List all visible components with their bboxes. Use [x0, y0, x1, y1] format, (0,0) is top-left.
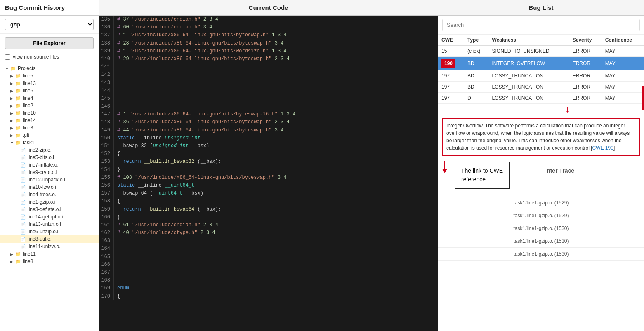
code-line: 152 {: [99, 150, 438, 158]
tree-item-line10-lzw[interactable]: 📄 line10-lzw.o.i: [0, 183, 99, 191]
file-icon: 📄: [20, 237, 26, 242]
tree-label: line6-unzip.o.i: [28, 229, 58, 235]
code-line: 136 # 60 "/usr/include/endian.h" 3 4: [99, 23, 438, 31]
tree-item-line14-getopt[interactable]: 📄 line14-getopt.o.i: [0, 213, 99, 221]
file-icon: 📄: [20, 155, 26, 160]
tree-item-line12-unpack[interactable]: 📄 line12-unpack.o.i: [0, 176, 99, 183]
tree-item-line9-crypt[interactable]: 📄 line9-crypt.o.i: [0, 169, 99, 176]
bug-severity: ERROR: [569, 57, 602, 70]
dropdown-row: gzip zlib bzip2: [0, 16, 99, 34]
bug-confidence: MAY: [602, 93, 644, 104]
project-dropdown[interactable]: gzip zlib bzip2: [5, 19, 94, 30]
tree-item-line3[interactable]: ▶ 📁 line3: [0, 124, 99, 131]
bug-type: BD: [464, 57, 489, 70]
tree-item-line10[interactable]: ▶ 📁 line10: [0, 109, 99, 117]
bug-cwe: 197: [438, 93, 464, 104]
tree-item-line13-unlzh[interactable]: 📄 line13-unlzh.o.i: [0, 221, 99, 228]
right-panel-title: Bug List: [438, 0, 644, 16]
annotation-layout: The link to CWE reference nter Trace: [442, 159, 640, 191]
folder-icon: 📁: [15, 140, 21, 146]
tree-label: line5-bits.o.i: [28, 155, 54, 160]
code-line: 167: [99, 269, 438, 277]
file-icon: 📄: [20, 244, 26, 249]
arrow-visual: [442, 161, 447, 173]
code-line: 162 # 40 "/usr/include/ctype.h" 2 3 4: [99, 229, 438, 237]
bug-cwe: 15: [438, 46, 464, 57]
cwe-link[interactable]: CWE 190: [592, 145, 613, 151]
file-icon: 📄: [20, 222, 26, 227]
col-header-severity: Severity: [569, 35, 602, 46]
bug-weakness: LOSSY_TRUNCATION: [489, 93, 569, 104]
description-box: Integer Overflow. The software performs …: [442, 118, 640, 156]
tree-item-line8[interactable]: ▶ 📁 line8: [0, 258, 99, 265]
bug-row[interactable]: 197 BD LOSSY_TRUNCATION ERROR MAY: [438, 82, 644, 93]
tree-label: line2-zip.o.i: [28, 147, 53, 153]
tree-item-line4-trees[interactable]: 📄 line4-trees.o.i: [0, 191, 99, 198]
bug-severity: ERROR: [569, 46, 602, 57]
bug-severity: ERROR: [569, 82, 602, 93]
bug-type: D: [464, 93, 489, 104]
tree-item-line14[interactable]: ▶ 📁 line14: [0, 117, 99, 124]
annotation-box: The link to CWE reference: [455, 162, 510, 189]
right-scroll-container[interactable]: CWE Type Weakness Severity Confidence 15…: [438, 16, 644, 331]
bug-row-selected[interactable]: 190 BD INTEGER_OVERFLOW ERROR MAY: [438, 57, 644, 70]
trace-item[interactable]: task1/line1-gzip.o.i(1529): [438, 197, 644, 209]
trace-item[interactable]: task1/line1-gzip.o.i(1530): [438, 235, 644, 248]
search-input[interactable]: [442, 19, 640, 31]
tree-item-line5[interactable]: ▶ 📁 line5: [0, 72, 99, 80]
code-line: 170 {: [99, 293, 438, 300]
folder-icon: 📁: [15, 133, 21, 138]
folder-icon: 📁: [15, 96, 21, 101]
tree-label: line14-getopt.o.i: [28, 214, 63, 220]
view-non-source-checkbox[interactable]: [5, 54, 10, 60]
tree-label: line10-lzw.o.i: [28, 184, 56, 190]
tree-item-line7-inflate[interactable]: 📄 line7-inflate.o.i: [0, 161, 99, 169]
trace-item[interactable]: task1/line1-gzip.o.i(1530): [438, 222, 644, 235]
tree-label: line6: [23, 88, 33, 94]
tree-item-line11-unlzw[interactable]: 📄 line11-unlzw.o.i: [0, 243, 99, 250]
code-area[interactable]: 135 # 37 "/usr/include/endian.h" 2 3 4 1…: [99, 16, 438, 331]
bug-row[interactable]: 197 D LOSSY_TRUNCATION ERROR MAY: [438, 93, 644, 104]
tree-item-git[interactable]: ▶ 📁 .git: [0, 131, 99, 139]
tree-item-projects[interactable]: ▼ 📁 Projects: [0, 65, 99, 72]
tree-item-line11[interactable]: ▶ 📁 line11: [0, 250, 99, 258]
tree-item-line2[interactable]: ▶ 📁 line2: [0, 102, 99, 109]
bug-cwe: 197: [438, 70, 464, 82]
tree-item-task1[interactable]: ▼ 📁 task1: [0, 139, 99, 146]
tree-item-line6[interactable]: ▶ 📁 line6: [0, 87, 99, 94]
tree-item-line13[interactable]: ▶ 📁 line13: [0, 80, 99, 87]
arrow-tip: [442, 169, 447, 173]
code-line: 159 return __builtin_bswap64 (__bsx);: [99, 206, 438, 214]
bug-row[interactable]: 15 (click) SIGNED_TO_UNSIGNED ERROR MAY: [438, 46, 644, 57]
trace-item[interactable]: task1/line1-gzip.o.i(1530): [438, 248, 644, 261]
folder-icon: 📁: [15, 103, 21, 108]
file-explorer-button[interactable]: File Explorer: [5, 37, 94, 49]
tree-label: task1: [23, 140, 35, 146]
left-panel: Bug Commit History gzip zlib bzip2 File …: [0, 0, 99, 331]
code-line: 140 # 29 "/usr/include/x86_64-linux-gnu/…: [99, 55, 438, 63]
tree-item-line1-gzip[interactable]: 📄 line1-gzip.o.i: [0, 198, 99, 206]
search-row: [438, 16, 644, 35]
folder-icon: 📁: [15, 88, 21, 94]
folder-icon: 📁: [15, 118, 21, 123]
tree-label: line11: [23, 251, 36, 257]
tree-item-line3-deflate[interactable]: 📄 line3-deflate.o.i: [0, 206, 99, 213]
code-line: 153 return __builtin_bswap32 (__bsx);: [99, 158, 438, 166]
tree-item-line8-util[interactable]: 📄 line8-util.o.i: [0, 235, 99, 243]
folder-icon: 📁: [15, 125, 21, 131]
tree-label: line8-util.o.i: [28, 236, 53, 242]
bug-row[interactable]: 197 BD LOSSY_TRUNCATION ERROR MAY: [438, 70, 644, 82]
tree-item-line6-unzip[interactable]: 📄 line6-unzip.o.i: [0, 228, 99, 235]
tree-item-line4[interactable]: ▶ 📁 line4: [0, 94, 99, 102]
trace-item[interactable]: task1/line1-gzip.o.i(1529): [438, 209, 644, 222]
bug-cwe: 190: [438, 57, 464, 70]
bug-weakness: SIGNED_TO_UNSIGNED: [489, 46, 569, 57]
code-line: 139 # 1 "/usr/include/x86_64-linux-gnu/b…: [99, 47, 438, 55]
code-line: 161 # 61 "/usr/include/endian.h" 2 3 4: [99, 221, 438, 229]
tree-item-line2-zip[interactable]: 📄 line2-zip.o.i: [0, 146, 99, 154]
tree-item-line5-bits[interactable]: 📄 line5-bits.o.i: [0, 154, 99, 161]
code-line: 146: [99, 103, 438, 110]
code-line: 155 # 108 "/usr/include/x86_64-linux-gnu…: [99, 174, 438, 182]
file-icon: 📄: [20, 177, 26, 183]
file-icon: 📄: [20, 170, 26, 175]
